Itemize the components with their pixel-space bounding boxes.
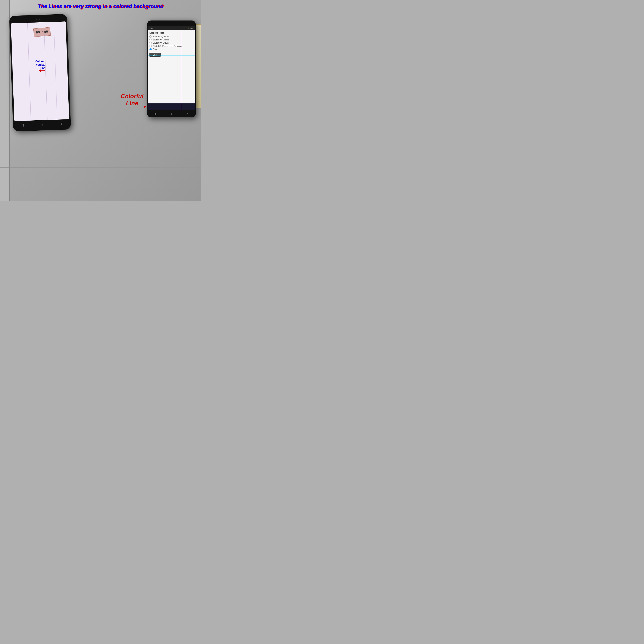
radio-label-4: Start : E/P (Please insert Earphone) — [153, 45, 182, 47]
radio-label-2: Start : SPK_2ndMic — [153, 39, 169, 41]
radio-label-3: Start : SPK_3rdMic — [153, 42, 169, 44]
radio-circle-5[interactable] — [149, 48, 152, 50]
vertical-line-1 — [54, 22, 57, 120]
home-icon: ○ — [41, 123, 43, 127]
green-vertical-line — [182, 26, 182, 110]
annotation-text-left: Colored Vertical Line — [35, 60, 45, 70]
radio-circle-3[interactable] — [149, 42, 152, 44]
arrow-line-right — [137, 107, 146, 107]
app-content: Loopback Test Start : RCV_1stMic Start :… — [148, 30, 195, 103]
radio-rcv1stmic[interactable]: Start : RCV_1stMic — [149, 35, 193, 38]
back-icon-right: < — [187, 112, 188, 115]
exit-button[interactable]: EXIT — [149, 53, 161, 57]
back-icon: < — [60, 122, 62, 126]
phone-right-screen: 1:32 🔋 36% Loopback Test Start : RCV_1st… — [148, 26, 195, 110]
radio-label-5: Stop — [153, 48, 157, 50]
wall-left — [0, 0, 9, 201]
radio-stop[interactable]: Stop — [149, 48, 193, 50]
colored-arrow — [35, 70, 45, 71]
phone-left: 59.109 ||| ○ < — [9, 14, 71, 131]
recent-apps-icon: ||| — [22, 124, 24, 127]
radio-circle-1[interactable] — [149, 35, 152, 38]
colorful-label-1: Colorful — [121, 93, 143, 100]
battery-icon: 🔋 — [188, 27, 190, 29]
radio-label-1: Start : RCV_1stMic — [153, 36, 169, 38]
colorful-label-2: Line — [121, 100, 143, 107]
phone-right: 1:32 🔋 36% Loopback Test Start : RCV_1st… — [147, 20, 196, 117]
status-bar: 1:32 🔋 36% — [148, 26, 195, 30]
camera-dot — [36, 19, 37, 20]
time-display: 1:32 — [149, 27, 153, 29]
phone-left-nav: ||| ○ < — [13, 120, 71, 130]
home-icon-right: ○ — [171, 112, 172, 115]
colored-vertical-line-annotation: Colored Vertical Line — [35, 60, 45, 71]
speaker-dot — [39, 19, 40, 20]
colorful-line-annotation: Colorful Line — [121, 93, 143, 107]
arrow-line-left — [39, 70, 45, 71]
radio-spk3rdmic[interactable]: Start : SPK_3rdMic — [149, 42, 193, 44]
battery-percent: 36% — [190, 27, 193, 29]
app-title: Loopback Test — [149, 32, 193, 34]
status-bar-right: 🔋 36% — [188, 27, 193, 29]
blue-horizontal-line — [148, 56, 195, 56]
radio-circle-2[interactable] — [149, 39, 152, 41]
radio-spk2ndmic[interactable]: Start : SPK_2ndMic — [149, 39, 193, 41]
floor-line — [0, 167, 201, 168]
recent-apps-icon-right: ||| — [154, 112, 157, 115]
radio-circle-4[interactable] — [149, 45, 152, 47]
price-sticker: 59.109 — [33, 27, 51, 37]
phone-right-nav: ||| ○ < — [147, 110, 196, 117]
page-title: The Lines are very strong in a colored b… — [10, 3, 191, 9]
radio-ep[interactable]: Start : E/P (Please insert Earphone) — [149, 45, 193, 47]
colorful-line-arrow — [137, 107, 146, 107]
